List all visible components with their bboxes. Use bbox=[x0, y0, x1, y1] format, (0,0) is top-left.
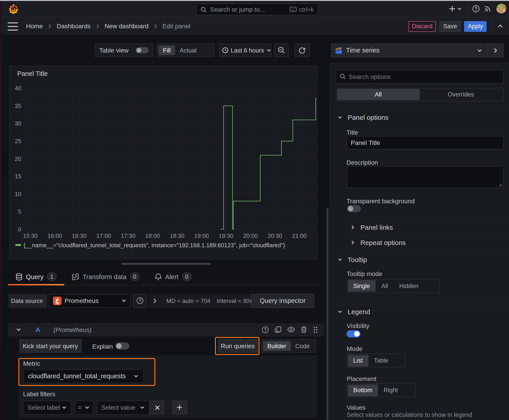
chevron-down-icon bbox=[140, 405, 145, 410]
legend-title: Legend bbox=[348, 308, 370, 315]
chart-legend: {__name__="cloudflared_tunnel_total_requ… bbox=[15, 242, 285, 248]
code-option[interactable]: Code bbox=[291, 341, 314, 351]
legend-mode-table[interactable]: Table bbox=[368, 355, 394, 366]
chevron-down-icon[interactable] bbox=[15, 327, 21, 333]
eye-icon[interactable] bbox=[287, 326, 295, 333]
pane-scrollbar[interactable] bbox=[326, 208, 328, 420]
drag-handle-icon[interactable] bbox=[313, 326, 318, 333]
help-icon[interactable] bbox=[262, 326, 269, 333]
refresh-button[interactable] bbox=[295, 44, 310, 57]
label-filter-operator-select[interactable]: = bbox=[74, 400, 93, 415]
tooltip-section-header[interactable]: Tooltip bbox=[337, 255, 367, 263]
tooltip-mode-all[interactable]: All bbox=[376, 280, 394, 292]
breadcrumb-dashboards[interactable]: Dashboards bbox=[57, 22, 91, 30]
avatar[interactable] bbox=[496, 4, 506, 14]
close-icon bbox=[154, 405, 160, 411]
chevron-down-icon bbox=[133, 374, 138, 379]
add-filter-button[interactable] bbox=[172, 400, 187, 415]
copy-icon[interactable] bbox=[275, 326, 281, 333]
svg-text:21:00: 21:00 bbox=[292, 232, 306, 239]
legend-section-header[interactable]: Legend bbox=[337, 308, 370, 315]
svg-text:20:30: 20:30 bbox=[267, 232, 282, 239]
label-filter-value-select[interactable]: Select value bbox=[97, 400, 150, 415]
actual-option[interactable]: Actual bbox=[175, 45, 201, 55]
news-button[interactable] bbox=[482, 3, 494, 14]
panel-options-section-header[interactable]: Panel options bbox=[337, 113, 388, 121]
time-range-picker[interactable]: Last 6 hours bbox=[219, 44, 272, 57]
help-button[interactable] bbox=[470, 3, 482, 14]
chevron-right-icon bbox=[350, 225, 355, 230]
label-filters-label: Label filters bbox=[23, 390, 55, 398]
svg-text:5: 5 bbox=[18, 208, 21, 215]
search-input[interactable]: Search or jump to... ctrl+k bbox=[196, 4, 318, 15]
horizontal-resize-handle[interactable] bbox=[121, 263, 211, 264]
chevron-up-icon[interactable] bbox=[497, 23, 504, 30]
topbar-divider bbox=[467, 3, 467, 14]
transform-icon bbox=[72, 273, 79, 280]
remove-filter-button[interactable] bbox=[150, 400, 164, 415]
apply-button[interactable]: Apply bbox=[464, 21, 486, 32]
tab-query[interactable]: Query 1 bbox=[8, 269, 64, 285]
builder-option[interactable]: Builder bbox=[263, 341, 291, 351]
help-icon bbox=[472, 5, 480, 12]
tooltip-mode-hidden[interactable]: Hidden bbox=[394, 280, 424, 292]
query-inspector-button[interactable]: Query inspector bbox=[251, 294, 314, 308]
tab-all[interactable]: All bbox=[337, 89, 420, 100]
discard-button[interactable]: Discard bbox=[408, 21, 436, 32]
menu-toggle-button[interactable] bbox=[8, 22, 18, 31]
fill-option[interactable]: Fill bbox=[159, 45, 175, 55]
grafana-logo-icon[interactable] bbox=[8, 3, 18, 15]
zoom-out-button[interactable] bbox=[274, 44, 289, 57]
panel-title-input[interactable]: Panel Title bbox=[347, 136, 503, 150]
transparent-background-toggle[interactable] bbox=[347, 205, 361, 212]
legend-mode-list[interactable]: List bbox=[348, 355, 368, 366]
placement-right[interactable]: Right bbox=[378, 384, 403, 396]
panel-links-section-header[interactable]: Panel links bbox=[350, 224, 393, 231]
new-menu-button[interactable] bbox=[447, 3, 464, 14]
svg-text:15: 15 bbox=[15, 173, 21, 180]
plus-icon bbox=[449, 5, 456, 12]
keyboard-icon bbox=[290, 7, 297, 12]
legend-mode-control: List Table bbox=[347, 354, 405, 368]
panel-options-pane: Search options All Overrides Panel optio… bbox=[329, 63, 509, 420]
options-search-input[interactable]: Search options bbox=[336, 70, 503, 83]
chevron-down-icon bbox=[457, 6, 462, 11]
metric-select[interactable]: cloudflared_tunnel_total_requests bbox=[23, 369, 144, 383]
svg-text:18:30: 18:30 bbox=[169, 232, 184, 239]
data-source-help-button[interactable] bbox=[133, 294, 147, 308]
data-source-picker[interactable]: Prometheus bbox=[49, 294, 130, 308]
repeat-options-section-header[interactable]: Repeat options bbox=[350, 239, 406, 246]
breadcrumb-new-dashboard[interactable]: New dashboard bbox=[105, 22, 149, 30]
resize-grip-icon[interactable] bbox=[498, 183, 502, 187]
toggle-viz-suggestions-button[interactable] bbox=[487, 44, 503, 57]
chevron-right-icon bbox=[350, 240, 355, 245]
tab-alert[interactable]: Alert 0 bbox=[147, 269, 199, 285]
table-view-toggle[interactable] bbox=[136, 47, 149, 54]
tab-overrides[interactable]: Overrides bbox=[420, 89, 502, 100]
run-queries-button[interactable]: Run queries bbox=[218, 339, 258, 353]
breadcrumb-edit-panel: Edit panel bbox=[162, 22, 190, 30]
kick-start-query-button[interactable]: Kick start your query bbox=[19, 339, 82, 353]
search-placeholder: Search or jump to... bbox=[210, 6, 290, 13]
zoom-out-icon bbox=[278, 47, 285, 54]
explain-toggle[interactable] bbox=[115, 342, 129, 350]
panel-links-title: Panel links bbox=[360, 224, 393, 231]
label-filter-name-select[interactable]: Select label bbox=[23, 400, 71, 415]
chevron-right-icon[interactable] bbox=[152, 298, 157, 304]
tooltip-mode-single[interactable]: Single bbox=[348, 280, 376, 292]
query-row-header[interactable]: A (Prometheus) bbox=[8, 323, 324, 337]
chevron-down-icon bbox=[337, 115, 342, 120]
legend-series-label[interactable]: {__name__="cloudflared_tunnel_total_requ… bbox=[23, 242, 285, 248]
visualization-picker[interactable]: Time series bbox=[331, 43, 504, 57]
trash-icon[interactable] bbox=[301, 326, 307, 333]
tab-transform-data[interactable]: Transform data 0 bbox=[64, 269, 147, 285]
breadcrumb-home[interactable]: Home bbox=[26, 22, 43, 30]
legend-visibility-toggle[interactable] bbox=[347, 330, 360, 338]
legend-placement-control: Bottom Right bbox=[347, 383, 416, 397]
chevron-down-icon bbox=[337, 309, 342, 314]
placement-bottom[interactable]: Bottom bbox=[348, 384, 378, 396]
legend-placement-label: Placement bbox=[347, 375, 376, 382]
save-button[interactable]: Save bbox=[440, 21, 461, 32]
description-textarea[interactable] bbox=[347, 166, 503, 188]
inset-divider bbox=[346, 236, 509, 236]
